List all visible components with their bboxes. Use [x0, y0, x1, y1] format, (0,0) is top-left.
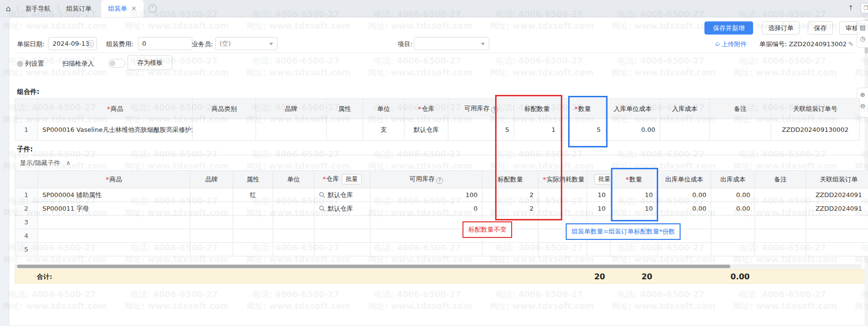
salesman-select[interactable]: (空) [215, 37, 277, 50]
toggle-children-bar[interactable]: 显示/隐藏子件 ∧ [15, 155, 868, 170]
table-cell[interactable] [190, 188, 233, 202]
home-icon[interactable]: ⌂ [0, 4, 17, 13]
table-cell[interactable] [233, 202, 273, 216]
scanner-entry-toggle[interactable] [108, 59, 126, 68]
table-cell[interactable] [370, 243, 482, 256]
tab-list-chevron-icon[interactable]: ˅ [148, 4, 157, 13]
table-cell[interactable]: 2 [482, 202, 538, 216]
table-cell[interactable] [314, 229, 370, 243]
table-cell[interactable] [755, 216, 806, 229]
table-cell[interactable] [190, 229, 233, 243]
project-select[interactable] [414, 37, 489, 50]
window-corner-icon[interactable]: ❐ [861, 3, 868, 14]
search-icon[interactable] [319, 205, 325, 212]
table-cell[interactable] [538, 202, 587, 216]
table-cell[interactable]: 红 [233, 188, 273, 202]
table-cell[interactable] [610, 243, 658, 256]
tab-newbie-nav[interactable]: 新手导航 [18, 0, 57, 17]
table-cell[interactable] [233, 229, 273, 243]
batch-fill-button[interactable]: 批量 [594, 174, 610, 184]
table-cell[interactable] [538, 188, 587, 202]
select-order-button[interactable]: 选择订单 [762, 21, 800, 35]
table-cell[interactable]: 0.00 [606, 119, 660, 141]
table-cell[interactable]: SP000016 Vaseline凡士林维他亮肤烟酰胺亮采修护润手霜_50mL [38, 119, 193, 141]
table-cell[interactable]: ZZDD202409130002 [771, 119, 860, 141]
table-cell[interactable] [190, 243, 233, 256]
table-cell[interactable] [233, 216, 273, 229]
table-cell[interactable] [806, 243, 868, 256]
table-cell[interactable] [190, 202, 233, 216]
table-cell[interactable]: 5 [560, 119, 606, 141]
table-cell[interactable] [711, 216, 755, 229]
table-cell[interactable] [273, 243, 314, 256]
horizontal-scrollbar-thumb[interactable] [17, 265, 730, 268]
save-and-new-button[interactable]: 保存并新增 [704, 21, 753, 35]
table-cell[interactable]: SP000004 辅助属性 [38, 188, 190, 202]
table-cell[interactable]: 5 [448, 119, 514, 141]
table-cell[interactable]: 2 [482, 188, 538, 202]
table-cell[interactable] [273, 216, 314, 229]
panel-remove-icon[interactable]: ⊖ [860, 102, 866, 109]
close-tab-icon[interactable]: × [131, 5, 137, 12]
table-cell[interactable] [327, 119, 363, 141]
panel-add-icon[interactable]: ⊕ [860, 91, 866, 98]
save-template-button[interactable]: 存为模板 [128, 55, 172, 70]
table-cell[interactable] [314, 243, 370, 256]
table-cell[interactable] [755, 243, 806, 256]
table-cell[interactable] [755, 202, 806, 216]
search-icon[interactable] [319, 192, 325, 198]
table-cell[interactable]: 0.00 [658, 188, 711, 202]
date-input[interactable]: 2024-09-13 [48, 37, 97, 50]
table-cell[interactable]: 1 [514, 119, 560, 141]
table-cell[interactable] [38, 216, 190, 229]
table-cell[interactable] [755, 188, 806, 202]
table-cell[interactable]: 0 [370, 202, 482, 216]
edit-pencil-icon[interactable]: ✎ [848, 40, 853, 48]
table-cell[interactable] [273, 202, 314, 216]
table-cell[interactable] [755, 229, 806, 243]
scroll-top-arrow-icon[interactable]: ↑ [848, 4, 854, 12]
table-cell[interactable]: 0.00 [711, 202, 755, 216]
table-cell[interactable] [806, 216, 868, 229]
upload-attachment-link[interactable]: ⊂上传附件 [715, 40, 747, 49]
help-icon[interactable]: ? [436, 177, 443, 184]
table-cell[interactable] [314, 216, 370, 229]
warehouse-batch-button[interactable]: 批量 [342, 174, 362, 184]
table-cell[interactable]: ZZDD2024091 [806, 188, 868, 202]
table-cell[interactable]: SP000011 字母 [38, 202, 190, 216]
table-cell[interactable]: 10 [587, 188, 610, 202]
table-cell[interactable] [587, 243, 610, 256]
table-cell[interactable]: 支 [363, 119, 405, 141]
table-cell[interactable]: 10 [610, 188, 658, 202]
table-cell[interactable] [38, 229, 190, 243]
table-cell[interactable]: 默认仓库 [314, 202, 370, 216]
table-cell[interactable] [193, 119, 256, 141]
fee-input[interactable]: 0 [138, 37, 192, 50]
table-cell[interactable] [658, 243, 711, 256]
panel-clock-icon[interactable]: ◷ [860, 35, 865, 42]
table-cell[interactable] [190, 216, 233, 229]
horizontal-scrollbar[interactable] [15, 264, 862, 269]
table-cell[interactable] [273, 188, 314, 202]
table-cell[interactable] [711, 229, 755, 243]
column-settings-button[interactable]: ◎ 列设置 [17, 59, 44, 68]
table-cell[interactable]: 10 [587, 202, 610, 216]
panel-list-icon[interactable]: ▤ [860, 24, 866, 31]
table-cell[interactable]: 默认仓库 [314, 188, 370, 202]
table-cell[interactable]: 默认仓库 [405, 119, 448, 141]
table-cell[interactable] [273, 229, 314, 243]
tab-assembly-doc[interactable]: 组装单 × [101, 0, 144, 17]
table-cell[interactable]: 100 [370, 188, 482, 202]
table-cell[interactable]: 0.00 [658, 202, 711, 216]
table-cell[interactable] [38, 243, 190, 256]
calendar-icon[interactable] [87, 40, 93, 47]
tab-assembly-orders[interactable]: 组装订单 [59, 0, 98, 17]
save-button[interactable]: 保存 [808, 21, 833, 35]
table-cell[interactable] [538, 243, 587, 256]
table-cell[interactable] [806, 229, 868, 243]
table-cell[interactable]: 10 [610, 202, 658, 216]
table-cell[interactable] [233, 243, 273, 256]
table-cell[interactable]: ZZDD2024091 [806, 202, 868, 216]
table-cell[interactable] [256, 119, 327, 141]
table-cell[interactable] [710, 119, 771, 141]
